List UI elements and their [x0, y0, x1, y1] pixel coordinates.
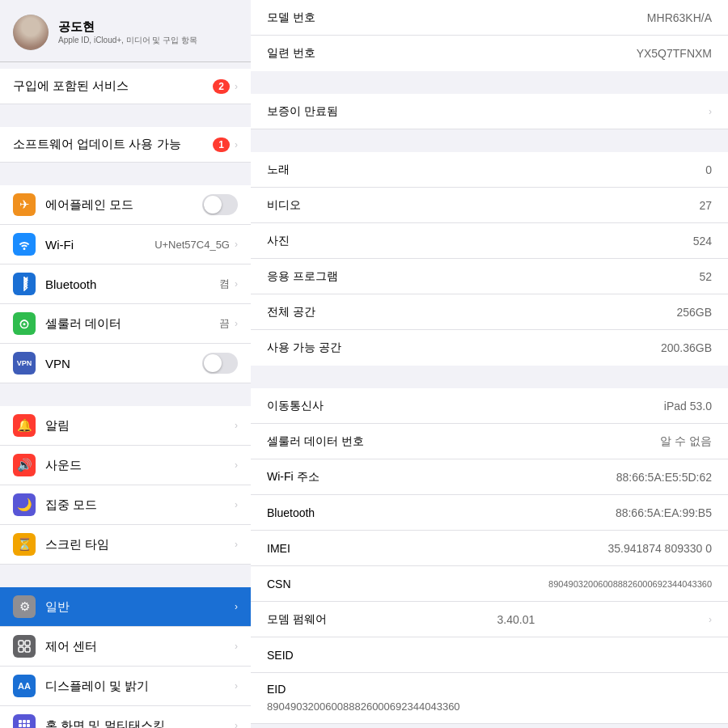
sidebar-item-display[interactable]: AA 디스플레이 및 밝기 ›	[0, 667, 251, 706]
total-capacity-value: 256GB	[676, 306, 712, 319]
chevron-icon: ›	[235, 680, 238, 692]
chevron-icon: ›	[709, 106, 712, 117]
svg-point-1	[23, 323, 25, 325]
divider-2	[251, 129, 728, 152]
sidebar-item-focus[interactable]: 🌙 집중 모드 ›	[0, 485, 251, 525]
toggle-thumb	[204, 354, 222, 372]
cellular-number-row: 셀룰러 데이터 번호 알 수 없음	[251, 424, 728, 459]
csn-value: 890490320060088826000692344043360	[548, 579, 712, 589]
divider-1	[251, 71, 728, 94]
user-profile-section[interactable]: 공도현 Apple ID, iCloud+, 미디어 및 구입 항목	[0, 0, 251, 62]
storage-section: 노래 0 비디오 27 사진 524 응용 프로그램 52 전체 공간 256G…	[251, 152, 728, 366]
modem-firmware-label: 모뎀 펌웨어	[267, 612, 327, 627]
control-center-label: 제어 센터	[45, 639, 235, 654]
sidebar-item-notifications[interactable]: 🔔 알림 ›	[0, 406, 251, 446]
songs-label: 노래	[267, 163, 290, 177]
chevron-icon: ›	[709, 614, 712, 625]
wifi-address-label: Wi-Fi 주소	[267, 470, 320, 485]
control-center-icon	[13, 635, 36, 658]
user-row[interactable]: 공도현 Apple ID, iCloud+, 미디어 및 구입 항목	[13, 10, 238, 55]
purchase-services-label: 구입에 포함된 서비스	[13, 78, 213, 94]
cellular-number-label: 셀룰러 데이터 번호	[267, 434, 364, 449]
available-capacity-row: 사용 가능 공간 200.36GB	[251, 330, 728, 366]
warranty-row[interactable]: 보증이 만료됨 ›	[251, 94, 728, 129]
vpn-icon: VPN	[13, 352, 36, 375]
sidebar-item-airplane[interactable]: ✈ 에어플레인 모드	[0, 185, 251, 225]
toggle-thumb	[204, 196, 222, 214]
cellular-number-value: 알 수 없음	[660, 434, 712, 449]
divider-3	[251, 366, 728, 388]
purchase-services-badge: 2	[213, 79, 230, 94]
warranty-label: 보증이 만료됨	[267, 104, 338, 119]
cellular-icon	[13, 312, 36, 335]
notifications-icon: 🔔	[13, 414, 36, 437]
sidebar-item-cellular[interactable]: 셀룰러 데이터 끔 ›	[0, 304, 251, 344]
display-icon: AA	[13, 675, 36, 697]
seid-row: SEID	[251, 637, 728, 673]
focus-label: 집중 모드	[45, 497, 235, 513]
general-icon: ⚙	[13, 595, 36, 618]
eid-value: 890490320060088826000692344043360	[267, 700, 460, 713]
modem-firmware-value: 3.40.01	[497, 613, 535, 626]
section-gap-4	[0, 565, 251, 587]
bluetooth-address-value: 88:66:5A:EA:99:B5	[616, 506, 712, 519]
chevron-icon: ›	[235, 601, 238, 612]
chevron-icon: ›	[235, 499, 238, 510]
airplane-icon: ✈	[13, 193, 36, 216]
screentime-label: 스크린 타임	[45, 537, 235, 552]
sidebar-item-control-center[interactable]: 제어 센터 ›	[0, 627, 251, 667]
svg-rect-6	[19, 720, 22, 723]
total-capacity-label: 전체 공간	[267, 305, 315, 320]
svg-rect-8	[27, 720, 30, 723]
videos-value: 27	[699, 199, 712, 212]
sidebar-item-wifi[interactable]: Wi-Fi U+Net57C4_5G ›	[0, 225, 251, 265]
svg-rect-9	[19, 724, 22, 727]
cellular-value: 끔	[219, 316, 230, 331]
modem-firmware-row[interactable]: 모뎀 펌웨어 3.40.01 ›	[251, 602, 728, 637]
sidebar-item-homescreen[interactable]: 홈 화면 및 멀티태스킹 ›	[0, 706, 251, 728]
sounds-label: 사운드	[45, 458, 235, 473]
sidebar-item-screentime[interactable]: ⏳ 스크린 타임 ›	[0, 525, 251, 565]
photos-label: 사진	[267, 234, 290, 248]
homescreen-icon	[13, 714, 36, 728]
vpn-toggle[interactable]	[202, 353, 238, 374]
notifications-label: 알림	[45, 418, 235, 434]
sidebar-item-software-update[interactable]: 소프트웨어 업데이트 사용 가능 1 ›	[0, 127, 251, 163]
serial-number-row: 일련 번호 YX5Q7TFNXM	[251, 36, 728, 71]
model-number-row: 모델 번호 MHR63KH/A	[251, 0, 728, 36]
avatar	[13, 15, 49, 50]
svg-rect-4	[19, 647, 23, 652]
screentime-icon: ⏳	[13, 533, 36, 556]
carrier-value: iPad 53.0	[664, 400, 712, 413]
csn-label: CSN	[267, 578, 291, 590]
general-label: 일반	[45, 599, 235, 615]
sidebar-item-purchase-services[interactable]: 구입에 포함된 서비스 2 ›	[0, 69, 251, 104]
user-name: 공도현	[58, 19, 197, 35]
eid-row: EID 890490320060088826000692344043360	[251, 673, 728, 724]
svg-rect-3	[25, 641, 30, 645]
csn-row: CSN 890490320060088826000692344043360	[251, 566, 728, 602]
sidebar-item-vpn[interactable]: VPN VPN	[0, 344, 251, 383]
total-capacity-row: 전체 공간 256GB	[251, 294, 728, 330]
chevron-icon: ›	[235, 318, 238, 329]
videos-row: 비디오 27	[251, 188, 728, 223]
songs-row: 노래 0	[251, 152, 728, 188]
svg-rect-7	[23, 720, 26, 723]
vpn-label: VPN	[45, 357, 202, 370]
sidebar: 공도현 Apple ID, iCloud+, 미디어 및 구입 항목 구입에 포…	[0, 0, 251, 728]
svg-rect-2	[19, 641, 23, 645]
airplane-toggle[interactable]	[202, 194, 238, 215]
seid-label: SEID	[267, 649, 294, 662]
cellular-label: 셀룰러 데이터	[45, 316, 219, 332]
available-capacity-label: 사용 가능 공간	[267, 341, 341, 355]
bluetooth-address-label: Bluetooth	[267, 506, 315, 519]
software-update-badge: 1	[213, 138, 230, 152]
sidebar-item-sounds[interactable]: 🔊 사운드 ›	[0, 446, 251, 485]
chevron-right-icon: ›	[235, 139, 238, 150]
airplane-label: 에어플레인 모드	[45, 197, 202, 213]
chevron-icon: ›	[235, 239, 238, 250]
display-label: 디스플레이 및 밝기	[45, 679, 235, 694]
sidebar-item-general[interactable]: ⚙ 일반 ›	[0, 587, 251, 627]
sidebar-item-bluetooth[interactable]: Bluetooth 켬 ›	[0, 265, 251, 304]
apps-label: 응용 프로그램	[267, 269, 338, 284]
